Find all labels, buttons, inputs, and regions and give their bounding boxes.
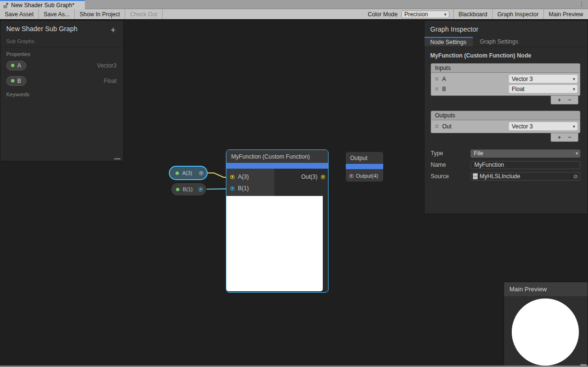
outputs-list-body: = Out Vector 3 ▾ bbox=[431, 120, 580, 133]
main-preview-title: Main Preview bbox=[504, 282, 588, 296]
chevron-down-icon: ▾ bbox=[576, 151, 578, 156]
input-type-value: Float bbox=[512, 86, 525, 92]
precision-color-bar bbox=[226, 163, 328, 169]
name-label: Name bbox=[431, 161, 470, 168]
property-node-a[interactable]: A(3) bbox=[169, 166, 208, 180]
check-out-button: Check Out bbox=[125, 9, 163, 19]
name-field[interactable]: MyFunction bbox=[470, 161, 580, 169]
output-type-dropdown[interactable]: Vector 3 ▾ bbox=[509, 122, 577, 130]
property-node-label: A(3) bbox=[182, 170, 192, 176]
outputs-list-header: Outputs bbox=[431, 111, 580, 120]
color-mode-value: Precision bbox=[404, 11, 428, 18]
inputs-list-footer: + − bbox=[551, 96, 578, 104]
property-b-output-port[interactable] bbox=[199, 187, 203, 192]
property-dot-icon bbox=[11, 79, 14, 82]
graph-inspector-title: Graph Inspector bbox=[424, 21, 588, 37]
outputs-list: Outputs = Out Vector 3 ▾ + − bbox=[431, 111, 580, 142]
blackboard-property-b[interactable]: B bbox=[6, 76, 26, 86]
keywords-section-label: Keywords bbox=[6, 92, 118, 97]
node-title: Output bbox=[346, 152, 383, 164]
output-node[interactable]: Output Output(4) bbox=[345, 151, 384, 182]
node-title: MyFunction (Custom Function) bbox=[226, 150, 328, 163]
input-port-a[interactable] bbox=[230, 175, 235, 179]
property-node-b[interactable]: B(1) bbox=[171, 183, 207, 196]
function-fields: Type File ▾ Name MyFunction Source MyHLS… bbox=[431, 148, 580, 182]
property-dot-icon bbox=[11, 64, 14, 67]
main-preview-body bbox=[504, 296, 588, 367]
output-label-out: Out(3) bbox=[301, 173, 318, 180]
chevron-down-icon: ▾ bbox=[573, 77, 575, 81]
tab-graph-settings[interactable]: Graph Settings bbox=[473, 37, 525, 46]
input-label-a: A(3) bbox=[238, 173, 249, 180]
outputs-list-footer: + − bbox=[551, 133, 578, 142]
input-type-dropdown-b[interactable]: Float ▾ bbox=[509, 85, 577, 93]
output-port-out[interactable] bbox=[321, 175, 325, 179]
save-as-button[interactable]: Save As... bbox=[39, 9, 75, 19]
property-name: B bbox=[17, 78, 21, 84]
property-node-label: B(1) bbox=[183, 186, 193, 192]
source-object-field[interactable]: MyHLSLInclude ⊙ bbox=[470, 172, 580, 181]
drag-handle-icon[interactable]: = bbox=[435, 76, 438, 82]
show-in-project-button[interactable]: Show In Project bbox=[75, 9, 125, 19]
shader-graph-window: New Shader Sub Graph* ⋮ Save Asset Save … bbox=[0, 0, 588, 367]
property-a-output-port[interactable] bbox=[199, 171, 203, 175]
add-property-button[interactable]: + bbox=[108, 25, 118, 35]
property-row-a: A Vector3 bbox=[6, 58, 118, 72]
blackboard-panel: New Shader Sub Graph + Sub Graphs Proper… bbox=[0, 20, 124, 161]
blackboard-header: New Shader Sub Graph + Sub Graphs bbox=[0, 21, 123, 47]
blackboard-subtitle: Sub Graphs bbox=[6, 38, 118, 44]
object-picker-icon[interactable]: ⊙ bbox=[571, 172, 580, 180]
graph-inspector-toggle-button[interactable]: Graph Inspector bbox=[492, 9, 543, 19]
main-preview-toggle-button[interactable]: Main Preview bbox=[543, 9, 588, 19]
property-name: A bbox=[17, 62, 21, 69]
inspector-tabs: Node Settings Graph Settings bbox=[424, 37, 588, 47]
tab-node-settings[interactable]: Node Settings bbox=[424, 37, 473, 46]
output-row-out: Out(3) bbox=[274, 171, 328, 183]
remove-input-button[interactable]: − bbox=[568, 97, 572, 103]
source-field-row: Source MyHLSLInclude ⊙ bbox=[431, 171, 580, 182]
shader-graph-icon bbox=[3, 2, 9, 8]
chevron-down-icon: ▾ bbox=[444, 12, 447, 17]
output-name: Out bbox=[442, 123, 451, 130]
source-label: Source bbox=[431, 173, 470, 180]
property-row-b: B Float bbox=[6, 74, 118, 88]
blackboard-property-a[interactable]: A bbox=[6, 61, 26, 70]
add-input-button[interactable]: + bbox=[557, 97, 561, 103]
type-field-row: Type File ▾ bbox=[431, 148, 580, 159]
color-mode-label: Color Mode bbox=[364, 11, 401, 18]
node-input-column: A(3) B(1) bbox=[226, 169, 274, 196]
output-node-port[interactable] bbox=[349, 174, 353, 178]
input-type-dropdown-a[interactable]: Vector 3 ▾ bbox=[509, 75, 577, 83]
inputs-list-body: = A Vector 3 ▾ = B Float ▾ bbox=[431, 73, 580, 96]
source-value: MyHLSLInclude bbox=[480, 173, 520, 180]
input-port-b[interactable] bbox=[230, 186, 235, 191]
document-tab[interactable]: New Shader Sub Graph* bbox=[0, 0, 85, 9]
property-dot-icon bbox=[176, 188, 179, 191]
property-type: Vector3 bbox=[97, 62, 118, 69]
properties-section-label: Properties bbox=[6, 51, 118, 57]
color-mode-dropdown[interactable]: Precision ▾ bbox=[401, 11, 449, 18]
node-preview bbox=[226, 196, 323, 291]
property-type: Float bbox=[104, 78, 118, 84]
blackboard-toggle-button[interactable]: Blackboard bbox=[453, 9, 492, 19]
selected-node-header: MyFunction (Custom Function) Node bbox=[424, 47, 588, 63]
toolbar-shadow-divider bbox=[0, 19, 588, 20]
node-port-area: A(3) B(1) Out(3) bbox=[226, 169, 328, 196]
type-label: Type bbox=[431, 150, 470, 157]
input-label-b: B(1) bbox=[238, 185, 249, 192]
name-field-row: Name MyFunction bbox=[431, 159, 580, 171]
shader-graph-toolbar: Save Asset Save As... Show In Project Ch… bbox=[0, 9, 588, 19]
precision-color-bar bbox=[346, 164, 383, 169]
save-asset-button[interactable]: Save Asset bbox=[0, 9, 39, 19]
custom-function-node[interactable]: MyFunction (Custom Function) A(3) B(1) O… bbox=[226, 149, 329, 293]
input-type-value: Vector 3 bbox=[512, 76, 533, 82]
drag-handle-icon[interactable]: = bbox=[435, 123, 438, 130]
blackboard-resize-handle[interactable] bbox=[114, 158, 120, 160]
property-dot-icon bbox=[176, 172, 179, 175]
drag-handle-icon[interactable]: = bbox=[435, 86, 438, 92]
type-dropdown[interactable]: File ▾ bbox=[470, 149, 580, 158]
remove-output-button[interactable]: − bbox=[568, 134, 572, 141]
add-output-button[interactable]: + bbox=[557, 134, 561, 141]
window-menu-icon[interactable]: ⋮ bbox=[579, 0, 585, 9]
tab-title: New Shader Sub Graph* bbox=[11, 2, 74, 9]
